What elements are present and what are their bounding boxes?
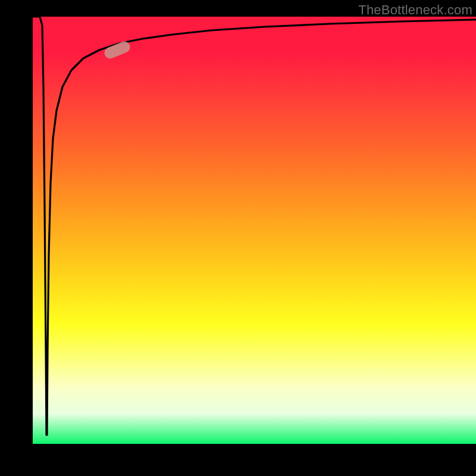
curve-layer (33, 17, 476, 444)
chart-frame: TheBottleneck.com (0, 0, 476, 476)
bottleneck-curve (33, 17, 476, 435)
plot-area (33, 17, 476, 444)
watermark-text: TheBottleneck.com (358, 2, 472, 18)
